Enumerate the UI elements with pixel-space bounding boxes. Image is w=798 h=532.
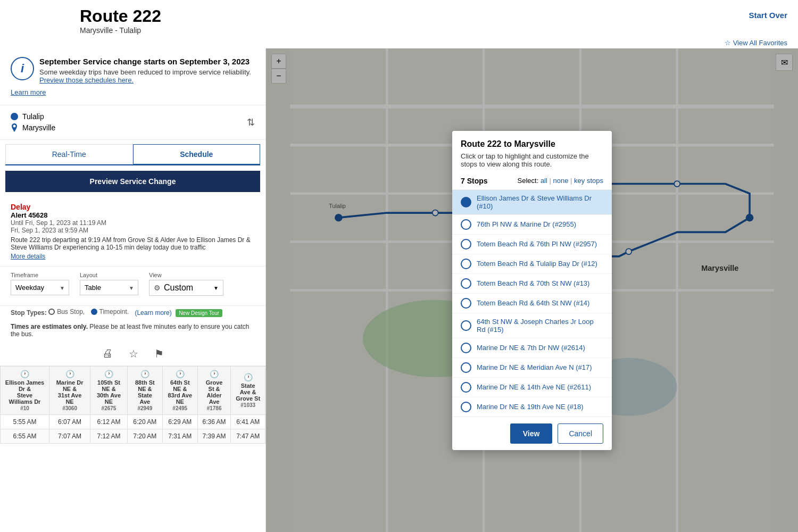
table-cell: 6:55 AM — [1, 429, 49, 444]
modal-stops-count: 7 Stops — [461, 177, 488, 185]
preview-service-change-button[interactable]: Preview Service Change — [5, 171, 260, 192]
col-name-5: Grove St &Alder Ave#1786 — [206, 379, 223, 411]
select-all-link[interactable]: all — [541, 177, 547, 185]
stop-circle-icon — [461, 259, 471, 269]
modal-stop-name: Marine Dr NE & 19th Ave NE (#18) — [477, 403, 584, 411]
delay-time2: Fri, Sep 1, 2023 at 9:59 AM — [11, 227, 255, 234]
col-name-6: State Ave &Grove St#1033 — [236, 383, 260, 408]
tab-realtime[interactable]: Real-Time — [5, 144, 133, 164]
learn-more-stop-types[interactable]: (Learn more) — [135, 309, 171, 317]
clock-icon-4: 🕐 — [167, 370, 193, 378]
flag-icon[interactable]: ⚑ — [154, 347, 164, 360]
direction-to: Marysville — [22, 123, 55, 132]
cancel-button[interactable]: Cancel — [558, 423, 603, 444]
modal-stops-list: Ellison James Dr & Steve Williams Dr (#1… — [452, 190, 612, 417]
chevron-down-icon: ▼ — [213, 285, 219, 291]
modal-stop-item[interactable]: Totem Beach Rd & 76th Pl NW (#2957) — [452, 235, 612, 254]
modal-stop-name: Ellison James Dr & Steve Williams Dr (#1… — [477, 194, 603, 210]
stop-types-row: Stop Types: Bus Stop, Timepoint. (Learn … — [0, 306, 265, 321]
direction-to-pin — [11, 123, 18, 132]
stop-circle-icon — [461, 298, 471, 309]
gear-icon: ⚙ — [154, 284, 161, 292]
bus-stop-icon — [48, 309, 55, 315]
modal-description: Click or tap to highlight and customize … — [461, 152, 603, 168]
favorites-link[interactable]: ☆ View All Favorites — [725, 39, 787, 47]
modal-stop-name: Totem Beach Rd & 70th St NW (#13) — [477, 279, 589, 287]
clock-icon-5: 🕐 — [202, 370, 227, 378]
modal-stop-item[interactable]: Totem Beach Rd & 64th St NW (#14) — [452, 294, 612, 313]
modal-stop-name: Marine Dr NE & Meridian Ave N (#17) — [477, 363, 592, 371]
swap-directions-icon[interactable]: ⇅ — [247, 117, 255, 128]
delay-label: Delay — [11, 203, 255, 211]
table-cell: 5:55 AM — [1, 415, 49, 429]
modal-stop-name: 76th Pl NW & Marine Dr (#2955) — [477, 220, 576, 228]
table-cell: 6:20 AM — [127, 415, 162, 429]
tab-schedule[interactable]: Schedule — [133, 144, 261, 164]
modal-stop-item[interactable]: Marine Dr NE & 7th Dr NW (#2614) — [452, 338, 612, 358]
table-cell: 7:31 AM — [162, 429, 197, 444]
timeframe-select[interactable]: Weekday Saturday Sunday — [11, 280, 69, 295]
layout-label: Layout — [80, 272, 138, 278]
modal-stop-name: Marine Dr NE & 7th Dr NW (#2614) — [477, 344, 585, 352]
route-title: Route 222 — [80, 6, 787, 26]
col-header-6: 🕐 State Ave &Grove St#1033 — [231, 367, 265, 415]
table-cell: 6:29 AM — [162, 415, 197, 429]
service-change-body: Some weekday trips have been reduced to … — [39, 68, 255, 84]
info-icon: i — [11, 57, 34, 80]
stop-circle-icon — [461, 239, 471, 250]
select-none-link[interactable]: none — [550, 177, 569, 185]
modal-stop-item[interactable]: Ellison James Dr & Steve Williams Dr (#1… — [452, 190, 612, 215]
select-key-stops-link[interactable]: key stops — [570, 177, 603, 185]
preview-link[interactable]: Preview those schedules here. — [39, 76, 134, 84]
modal-stop-name: Totem Beach Rd & 64th St NW (#14) — [477, 299, 589, 307]
modal-stop-item[interactable]: Marine Dr NE & 14th Ave NE (#2611) — [452, 378, 612, 397]
direction-from: Tulalip — [22, 112, 44, 121]
timepoint-icon — [91, 309, 97, 315]
modal-stop-item[interactable]: Marine Dr NE & Meridian Ave N (#17) — [452, 358, 612, 378]
direction-from-dot — [11, 113, 18, 120]
stop-circle-icon — [461, 278, 471, 289]
modal-stop-item[interactable]: 76th Pl NW & Marine Dr (#2955) — [452, 215, 612, 235]
service-change-title: September Service change starts on Septe… — [39, 57, 255, 66]
map-area[interactable]: Marysville Tulalip + − ✉ Route 222 to Ma… — [266, 48, 798, 532]
new-design-badge[interactable]: New Design Tour — [176, 309, 222, 317]
table-cell: 6:12 AM — [90, 415, 128, 429]
col-name-4: 64th St NE &83rd Ave NE#2495 — [168, 379, 192, 411]
table-cell: 7:47 AM — [231, 429, 265, 444]
view-value: Custom — [164, 283, 193, 293]
col-header-5: 🕐 Grove St &Alder Ave#1786 — [197, 367, 231, 415]
modal-overlay[interactable]: Route 222 to Marysville Click or tap to … — [266, 48, 798, 532]
stop-circle-icon — [461, 343, 471, 353]
learn-more-link[interactable]: Learn more — [11, 88, 255, 96]
modal-stop-name: Totem Beach Rd & 76th Pl NW (#2957) — [477, 240, 597, 248]
modal-stop-item[interactable]: Totem Beach Rd & Tulalip Bay Dr (#12) — [452, 254, 612, 274]
star-favorite-icon[interactable]: ☆ — [129, 347, 138, 360]
col-header-0: 🕐 Ellison James Dr &Steve Williams Dr#10 — [1, 367, 49, 415]
start-over-link[interactable]: Start Over — [749, 11, 787, 20]
col-header-4: 🕐 64th St NE &83rd Ave NE#2495 — [162, 367, 197, 415]
table-cell: 7:12 AM — [90, 429, 128, 444]
layout-select[interactable]: Table List — [80, 280, 138, 295]
print-icon[interactable]: 🖨 — [102, 347, 113, 360]
modal-stop-item[interactable]: Totem Beach Rd & 70th St NW (#13) — [452, 274, 612, 294]
stop-circle-icon — [461, 382, 471, 393]
clock-icon-3: 🕐 — [132, 370, 158, 378]
view-label: View — [149, 272, 223, 278]
modal-stop-item[interactable]: 64th St NW & Joseph Charles Jr Loop Rd (… — [452, 313, 612, 338]
col-name-1: Marine Dr NE &31st Ave NE#3060 — [56, 379, 84, 411]
delay-time1: Until Fri, Sep 1, 2023 at 11:19 AM — [11, 219, 255, 227]
more-details-link[interactable]: More details — [11, 253, 45, 260]
delay-description: Route 222 trip departing at 9:19 AM from… — [11, 236, 255, 251]
times-note: Times are estimates only. Times are esti… — [0, 321, 265, 342]
timeframe-label: Timeframe — [11, 272, 69, 278]
col-header-3: 🕐 88th St NE &State Ave#2949 — [127, 367, 162, 415]
stop-circle-icon — [461, 197, 471, 207]
layout-select-wrap: Table List — [80, 280, 138, 295]
view-select-wrap[interactable]: ⚙ Custom ▼ — [149, 280, 223, 296]
star-icon: ☆ — [725, 39, 731, 47]
col-name-3: 88th St NE &State Ave#2949 — [135, 379, 155, 411]
table-cell: 6:41 AM — [231, 415, 265, 429]
modal-stop-item[interactable]: Marine Dr NE & 19th Ave NE (#18) — [452, 397, 612, 417]
view-button[interactable]: View — [510, 423, 553, 444]
stop-circle-icon — [461, 402, 471, 412]
